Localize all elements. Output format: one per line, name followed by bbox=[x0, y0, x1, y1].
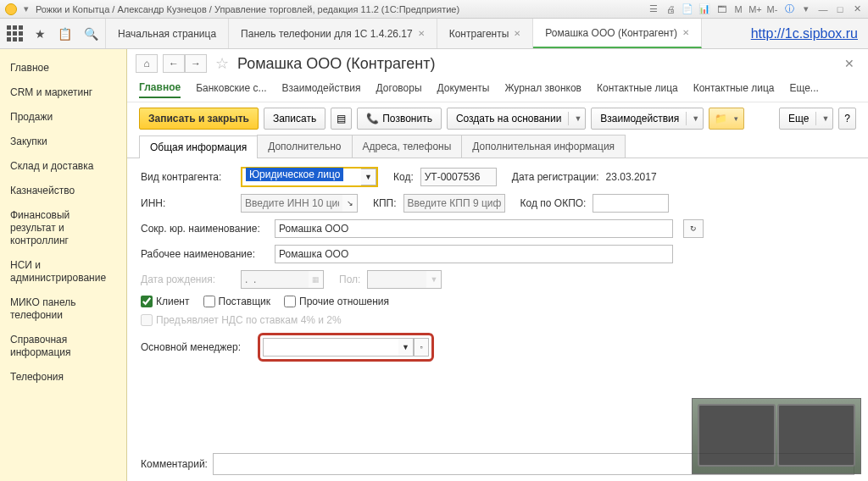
interactions-button[interactable]: Взаимодействия▼ bbox=[591, 108, 704, 130]
call-button[interactable]: 📞Позвонить bbox=[357, 108, 442, 130]
shortname-label: Сокр. юр. наименование: bbox=[141, 223, 268, 235]
subtabs: Общая информация Дополнительно Адреса, т… bbox=[127, 135, 868, 158]
vat-checkbox: Предъявляет НДС по ставкам 4% и 2% bbox=[141, 314, 342, 326]
sidebar-item[interactable]: CRM и маркетинг bbox=[0, 80, 126, 105]
list-button[interactable]: ▤ bbox=[331, 108, 352, 130]
other-checkbox[interactable]: Прочие отношения bbox=[284, 296, 389, 307]
external-link[interactable]: http://1c.sipbox.ru bbox=[741, 19, 868, 48]
dropdown-icon[interactable]: ▾ bbox=[20, 3, 32, 15]
navtab-contacts2[interactable]: Контактные лица bbox=[693, 79, 775, 97]
tb-m[interactable]: M bbox=[732, 3, 744, 15]
apps-icon[interactable] bbox=[7, 25, 23, 41]
star-icon[interactable]: ☆ bbox=[215, 54, 229, 73]
refresh-icon[interactable]: ↻ bbox=[683, 219, 704, 238]
nav-tabs: Главное Банковские с... Взаимодействия Д… bbox=[127, 75, 868, 102]
tb-m-minus[interactable]: M- bbox=[766, 3, 778, 15]
navtab-bank[interactable]: Банковские с... bbox=[196, 79, 266, 97]
subtab-addinfo[interactable]: Дополнительная информация bbox=[461, 135, 626, 158]
sidebar-item[interactable]: Закупки bbox=[0, 130, 126, 154]
birth-label: Дата рождения: bbox=[141, 274, 234, 285]
tab-current[interactable]: Ромашка ООО (Контрагент)✕ bbox=[533, 19, 702, 48]
kpp-label: КПП: bbox=[373, 197, 397, 209]
tb-icon[interactable]: ☰ bbox=[648, 3, 659, 15]
workname-field[interactable] bbox=[275, 245, 673, 263]
navtab-contacts[interactable]: Контактные лица bbox=[597, 79, 678, 97]
titlebar: ▾ Рожки и Копытца / Александр Кузнецов /… bbox=[0, 0, 868, 19]
shortname-field[interactable] bbox=[275, 219, 673, 238]
toolstrip: ★ 📋 🔍 Начальная страница Панель телефони… bbox=[0, 19, 868, 49]
tab-home[interactable]: Начальная страница bbox=[106, 19, 229, 48]
navtab-interactions[interactable]: Взаимодействия bbox=[282, 79, 361, 97]
supplier-checkbox[interactable]: Поставщик bbox=[203, 296, 271, 307]
sidebar-item[interactable]: НСИ и администрирование bbox=[0, 253, 126, 290]
type-select[interactable]: Юридическое лицо ▼ bbox=[241, 167, 378, 187]
sidebar-item[interactable]: Справочная информация bbox=[0, 328, 126, 365]
sidebar-item[interactable]: Финансовый результат и контроллинг bbox=[0, 203, 126, 253]
tb-icon[interactable]: 📄 bbox=[682, 3, 693, 15]
code-field[interactable] bbox=[420, 168, 497, 186]
save-button[interactable]: Записать bbox=[264, 108, 326, 130]
navtab-documents[interactable]: Документы bbox=[437, 79, 490, 97]
inn-field[interactable] bbox=[241, 194, 342, 213]
manager-highlight: ▼ ▫ bbox=[258, 333, 434, 362]
tab-telephony[interactable]: Панель телефонии для 1С 1.4.26.17✕ bbox=[229, 19, 437, 48]
sidebar-item[interactable]: Телефония bbox=[0, 365, 126, 390]
tb-icon[interactable]: 🗔 bbox=[715, 3, 727, 15]
save-close-button[interactable]: Записать и закрыть bbox=[139, 108, 259, 130]
tb-icon[interactable]: 🖨 bbox=[665, 3, 676, 15]
help-button[interactable]: ? bbox=[838, 108, 856, 130]
tb-icon[interactable]: 📊 bbox=[698, 3, 710, 15]
navtab-contracts[interactable]: Договоры bbox=[376, 79, 422, 97]
back-button[interactable]: ← bbox=[163, 54, 185, 73]
sidebar-item[interactable]: Казначейство bbox=[0, 179, 126, 203]
calendar-icon: ▦ bbox=[309, 270, 324, 289]
open-icon[interactable]: ▫ bbox=[414, 338, 429, 357]
star-icon[interactable]: ★ bbox=[35, 27, 46, 41]
dropdown-icon[interactable]: ▾ bbox=[800, 3, 812, 15]
clipboard-icon[interactable]: 📋 bbox=[58, 27, 72, 41]
manager-field[interactable] bbox=[263, 338, 398, 357]
close-icon[interactable]: ✕ bbox=[682, 28, 689, 37]
search-icon[interactable]: 🔍 bbox=[84, 27, 98, 41]
client-checkbox[interactable]: Клиент bbox=[141, 296, 190, 307]
sidebar-item[interactable]: Продажи bbox=[0, 105, 126, 130]
okpo-label: Код по ОКПО: bbox=[520, 197, 587, 209]
home-button[interactable]: ⌂ bbox=[136, 54, 158, 73]
forward-button[interactable]: → bbox=[185, 54, 207, 73]
app-icon bbox=[5, 3, 17, 15]
chevron-down-icon[interactable]: ▼ bbox=[361, 169, 376, 185]
tb-m-plus[interactable]: M+ bbox=[749, 3, 761, 15]
type-label: Вид контрагента: bbox=[141, 171, 234, 183]
minimize-icon[interactable]: — bbox=[817, 3, 829, 15]
sidebar: Главное CRM и маркетинг Продажи Закупки … bbox=[0, 49, 127, 481]
subtab-general[interactable]: Общая информация bbox=[139, 135, 258, 158]
create-based-button[interactable]: Создать на основании▼ bbox=[447, 108, 586, 130]
birth-field bbox=[241, 270, 309, 289]
info-icon[interactable]: ⓘ bbox=[783, 3, 795, 15]
subtab-additional[interactable]: Дополнительно bbox=[257, 135, 352, 158]
tab-contragents[interactable]: Контрагенты✕ bbox=[437, 19, 534, 48]
navtab-calls[interactable]: Журнал звонков bbox=[504, 79, 581, 97]
chevron-down-icon: ▼ bbox=[426, 270, 442, 289]
navtab-main[interactable]: Главное bbox=[139, 78, 181, 98]
sidebar-item[interactable]: Склад и доставка bbox=[0, 154, 126, 179]
close-icon[interactable]: ✕ bbox=[839, 57, 860, 70]
close-icon[interactable]: ✕ bbox=[851, 3, 863, 15]
maximize-icon[interactable]: □ bbox=[834, 3, 846, 15]
manager-label: Основной менеджер: bbox=[141, 341, 251, 353]
close-icon[interactable]: ✕ bbox=[418, 29, 425, 38]
more-button[interactable]: Еще▼ bbox=[779, 108, 833, 130]
kpp-field[interactable] bbox=[403, 194, 505, 213]
subtab-addresses[interactable]: Адреса, телефоны bbox=[352, 135, 463, 158]
code-label: Код: bbox=[393, 171, 414, 183]
sidebar-item[interactable]: МИКО панель телефонии bbox=[0, 290, 126, 328]
folder-button[interactable]: 📁▾ bbox=[709, 108, 744, 130]
arrow-icon[interactable]: ↘ bbox=[342, 194, 358, 213]
close-icon[interactable]: ✕ bbox=[514, 29, 520, 38]
navtab-more[interactable]: Еще... bbox=[789, 79, 818, 97]
chevron-down-icon[interactable]: ▼ bbox=[398, 338, 414, 357]
regdate-label: Дата регистрации: bbox=[512, 171, 599, 183]
okpo-field[interactable] bbox=[593, 194, 669, 213]
gender-label: Пол: bbox=[339, 274, 360, 285]
sidebar-item[interactable]: Главное bbox=[0, 56, 126, 80]
